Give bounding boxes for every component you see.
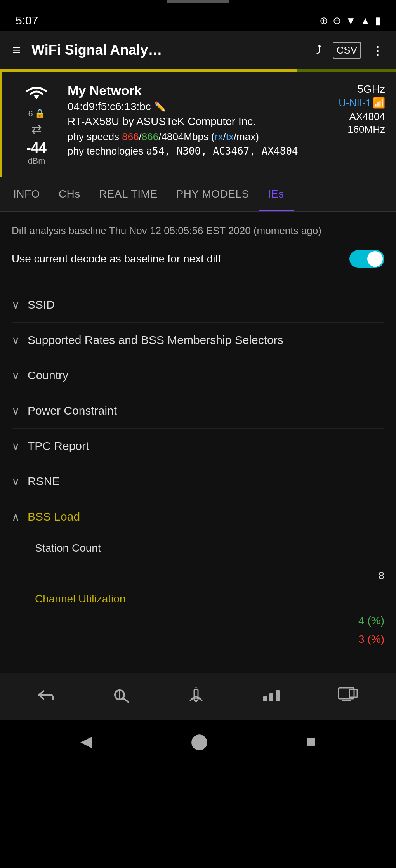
wifi-badge-6: 6: [28, 109, 33, 119]
status-time: 5:07: [16, 14, 38, 27]
status-signal-icon: ▲: [360, 15, 370, 27]
tab-info[interactable]: INFO: [4, 177, 49, 211]
status-battery-icon: ▮: [375, 15, 380, 27]
svg-rect-6: [263, 696, 267, 701]
svg-rect-10: [349, 689, 357, 697]
nav-monitor-item[interactable]: [329, 682, 368, 713]
speed-rx: 866: [122, 131, 139, 142]
transfer-arrows-icon: ⇄: [31, 122, 42, 137]
toggle-label: Use current decode as baseline for next …: [12, 253, 221, 265]
network-card: 6 🔒 ⇄ -44 dBm My Network 04:d9:f5:c6:13:…: [0, 72, 396, 177]
network-mac: 04:d9:f5:c6:13:bc ✏️: [68, 101, 315, 113]
chevron-down-icon: ∨: [12, 369, 20, 382]
svg-line-2: [123, 698, 128, 702]
ie-label-supported-rates: Supported Rates and BSS Membership Selec…: [28, 333, 283, 347]
diff-baseline-text: Diff analysis baseline Thu Nov 12 05:05:…: [12, 223, 384, 238]
speed-max: 4804Mbps: [161, 131, 208, 142]
ie-item-rsne[interactable]: ∨ RSNE: [12, 464, 384, 499]
channel-link[interactable]: U-NII-1 📶: [339, 97, 385, 109]
ie-item-country[interactable]: ∨ Country: [12, 358, 384, 393]
nav-wifi-icon: [186, 686, 206, 707]
ie-label-ssid: SSID: [28, 298, 55, 311]
ie-item-tpc-report[interactable]: ∨ TPC Report: [12, 429, 384, 464]
share-button[interactable]: ⤴: [313, 40, 325, 60]
standard-badge: AX4804: [349, 111, 385, 123]
channel-utilization-label: Channel Utilization: [35, 593, 384, 605]
menu-button[interactable]: ≡: [9, 39, 24, 61]
svg-rect-7: [269, 693, 273, 701]
android-back-button[interactable]: ◀: [80, 732, 92, 750]
wifi-icon: [25, 83, 48, 107]
nav-back-item[interactable]: [28, 683, 63, 712]
phy-tech: phy technologies a54, N300, AC3467, AX48…: [68, 145, 315, 157]
tab-realtime[interactable]: REAL TIME: [90, 177, 167, 211]
channel-utilization-value-2: 3 (%): [358, 633, 384, 646]
edit-mac-icon[interactable]: ✏️: [154, 101, 166, 112]
baseline-toggle[interactable]: [349, 250, 384, 268]
nav-wifi-item[interactable]: [179, 682, 214, 713]
rx-link[interactable]: rx: [215, 131, 223, 142]
bandwidth-badge: 160MHz: [347, 123, 385, 135]
network-router: RT-AX58U by ASUSTeK Computer Inc.: [68, 115, 315, 128]
tab-bar: INFO CHs REAL TIME PHY MODELS IEs: [0, 177, 396, 212]
bss-load-expanded: Station Count 8 Channel Utilization 4 (%…: [12, 534, 384, 661]
status-dnd-icon: ⊖: [333, 15, 341, 27]
phy-speeds: phy speeds 866/866/4804Mbps (rx/tx/max): [68, 131, 315, 143]
signal-strength-value: -44: [26, 140, 47, 156]
toggle-knob: [367, 251, 383, 267]
drag-handle: [167, 0, 229, 3]
android-nav: ◀ ⬤ ■: [0, 720, 396, 762]
svg-rect-8: [276, 690, 280, 701]
chevron-down-icon: ∨: [12, 440, 20, 453]
ie-label-rsne: RSNE: [28, 475, 60, 488]
signal-bars-icon: 📶: [373, 97, 385, 109]
nav-scan-item[interactable]: [103, 683, 138, 712]
app-title: WiFi Signal Analy…: [31, 42, 305, 58]
nav-bars-icon: [262, 687, 281, 707]
network-name: My Network: [68, 83, 315, 98]
android-home-button[interactable]: ⬤: [191, 732, 208, 750]
tab-phy-models[interactable]: PHY MODELS: [167, 177, 259, 211]
station-count-value: 8: [378, 569, 384, 582]
status-wifi-icon: ▼: [346, 15, 356, 27]
ie-item-ssid[interactable]: ∨ SSID: [12, 287, 384, 323]
status-icons: ⊕ ⊖ ▼ ▲ ▮: [320, 15, 380, 27]
nav-back-icon: [36, 687, 55, 707]
speed-tx: 866: [142, 131, 158, 142]
ie-item-power-constraint[interactable]: ∨ Power Constraint: [12, 393, 384, 429]
status-bar: 5:07 ⊕ ⊖ ▼ ▲ ▮: [0, 7, 396, 31]
bottom-nav: [0, 673, 396, 720]
more-button[interactable]: ⋮: [369, 40, 387, 60]
chevron-down-icon: ∨: [12, 299, 20, 311]
signal-unit: dBm: [28, 156, 45, 166]
nav-bars-item[interactable]: [254, 683, 289, 712]
frequency-badge: 5GHz: [357, 83, 385, 95]
ie-item-bss-load[interactable]: ∧ BSS Load: [12, 499, 384, 534]
station-count-label: Station Count: [35, 542, 384, 554]
wifi-badge-lock: 🔒: [35, 109, 45, 119]
svg-point-5: [195, 700, 197, 702]
ie-label-country: Country: [28, 369, 68, 382]
station-count-divider: [35, 561, 384, 561]
signal-indicator-bar: [0, 69, 396, 72]
ie-item-supported-rates[interactable]: ∨ Supported Rates and BSS Membership Sel…: [12, 323, 384, 358]
svg-marker-0: [34, 95, 39, 99]
nav-monitor-icon: [337, 686, 360, 707]
android-recent-button[interactable]: ■: [306, 733, 316, 750]
csv-button[interactable]: CSV: [333, 42, 361, 59]
tab-ies[interactable]: IEs: [259, 177, 294, 211]
ie-label-power-constraint: Power Constraint: [28, 404, 117, 417]
nav-scan-icon: [111, 687, 130, 707]
chevron-down-icon: ∨: [12, 404, 20, 417]
tab-chs[interactable]: CHs: [49, 177, 90, 211]
tx-link[interactable]: tx: [226, 131, 234, 142]
ie-label-bss-load: BSS Load: [28, 510, 80, 523]
chevron-down-icon: ∨: [12, 334, 20, 347]
chevron-down-icon: ∨: [12, 475, 20, 488]
ie-label-tpc-report: TPC Report: [28, 439, 89, 453]
channel-utilization-value-1: 4 (%): [358, 615, 384, 627]
status-vpn-icon: ⊕: [320, 15, 328, 27]
chevron-up-icon: ∧: [12, 510, 20, 523]
content-area: Diff analysis baseline Thu Nov 12 05:05:…: [0, 212, 396, 673]
toggle-row: Use current decode as baseline for next …: [12, 250, 384, 268]
